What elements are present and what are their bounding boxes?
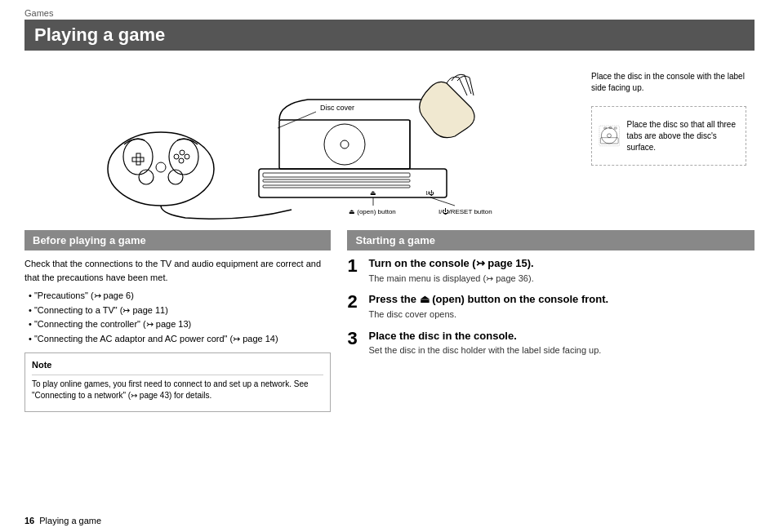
svg-point-9 — [174, 154, 179, 159]
console-drawing: ⏏ I/⏻ — [259, 74, 474, 197]
note-box: Note To play online games, you first nee… — [24, 352, 331, 412]
step-3-content: Place the disc in the console. Set the d… — [368, 330, 755, 357]
console-diagram-svg: ⏏ I/⏻ Disc cover ⏏ (open) button I/⏻/RES… — [24, 63, 591, 226]
disc-cover-label: Disc cover — [320, 104, 354, 112]
svg-rect-30 — [614, 127, 617, 129]
step-3-title: Place the disc in the console. — [368, 330, 755, 344]
note-text: To play online games, you first need to … — [32, 379, 323, 401]
reset-button-label: I/⏻/RESET button — [438, 208, 492, 215]
disc-side-note: Place the disc in the console with the l… — [591, 67, 755, 94]
step-2-content: Press the ⏏ (open) button on the console… — [368, 293, 755, 321]
disc-insert-text: Place the disc so that all three tabs ar… — [627, 119, 739, 153]
before-panel: Before playing a game Check that the con… — [24, 230, 331, 412]
starting-section-body: 1 Turn on the console (↣ page 15). The m… — [347, 257, 755, 357]
disc-insert-box: Place the disc so that all three tabs ar… — [591, 106, 746, 166]
svg-text:⏏: ⏏ — [370, 189, 376, 197]
step-1-title: Turn on the console (↣ page 15). — [368, 257, 755, 271]
page-title: Playing a game — [34, 24, 745, 46]
svg-rect-16 — [279, 120, 410, 169]
step-2-title: Press the ⏏ (open) button on the console… — [368, 293, 755, 307]
svg-rect-13 — [263, 173, 410, 177]
step-2: 2 Press the ⏏ (open) button on the conso… — [347, 293, 755, 321]
svg-point-10 — [180, 150, 185, 155]
before-intro: Check that the connections to the TV and… — [24, 257, 331, 284]
starting-panel: Starting a game 1 Turn on the console (↣… — [347, 230, 755, 412]
svg-point-18 — [341, 140, 349, 149]
note-label: Note — [32, 358, 323, 375]
svg-point-11 — [156, 162, 166, 172]
starting-section-header: Starting a game — [347, 230, 755, 250]
step-1-content: Turn on the console (↣ page 15). The mai… — [368, 257, 755, 285]
svg-point-7 — [179, 158, 184, 163]
step-3-number: 3 — [347, 330, 362, 348]
diagram-area: ⏏ I/⏻ Disc cover ⏏ (open) button I/⏻/RES… — [0, 51, 779, 230]
step-1-desc: The main menu is displayed (↣ page 36). — [368, 273, 755, 285]
page-title-bar: Playing a game — [24, 20, 755, 51]
before-bullet-list: "Precautions" (↣ page 6) "Connecting to … — [24, 289, 331, 346]
svg-point-27 — [608, 134, 612, 138]
step-3: 3 Place the disc in the console. Set the… — [347, 330, 755, 357]
footer-label: Playing a game — [39, 516, 101, 525]
step-1: 1 Turn on the console (↣ page 15). The m… — [347, 257, 755, 285]
svg-line-24 — [430, 197, 455, 206]
list-item: "Connecting the controller" (↣ page 13) — [29, 317, 331, 332]
before-section-body: Check that the connections to the TV and… — [24, 257, 331, 412]
svg-text:I/⏻: I/⏻ — [426, 190, 435, 196]
step-3-desc: Set the disc in the disc holder with the… — [368, 344, 755, 357]
lower-section: Before playing a game Check that the con… — [0, 230, 779, 412]
svg-point-0 — [108, 132, 214, 206]
step-1-number: 1 — [347, 257, 362, 275]
disc-small-svg — [599, 113, 621, 158]
hand-drawing — [420, 74, 474, 137]
svg-rect-14 — [263, 180, 410, 182]
svg-point-26 — [601, 128, 617, 144]
main-diagram: ⏏ I/⏻ Disc cover ⏏ (open) button I/⏻/RES… — [24, 63, 591, 226]
page-container: Games Playing a game — [0, 0, 779, 532]
svg-point-1 — [123, 139, 153, 175]
page-number: 16 — [24, 516, 34, 525]
before-section-header: Before playing a game — [24, 230, 331, 250]
category-label: Games — [24, 8, 755, 18]
page-footer: 16 Playing a game — [24, 516, 101, 525]
step-2-number: 2 — [347, 293, 362, 311]
list-item: "Precautions" (↣ page 6) — [29, 289, 331, 304]
controller-drawing — [108, 132, 292, 219]
svg-point-2 — [169, 139, 198, 175]
header-section: Games Playing a game — [0, 0, 779, 51]
svg-rect-6 — [136, 153, 140, 165]
list-item: "Connecting the AC adaptor and AC power … — [29, 332, 331, 347]
step-2-desc: The disc cover opens. — [368, 308, 755, 321]
open-button-label: ⏏ (open) button — [349, 208, 396, 215]
side-notes: Place the disc in the console with the l… — [591, 63, 755, 166]
svg-rect-5 — [132, 157, 144, 162]
list-item: "Connecting to a TV" (↣ page 11) — [29, 304, 331, 318]
svg-point-17 — [324, 124, 365, 165]
svg-point-8 — [185, 154, 189, 159]
svg-rect-15 — [263, 185, 410, 188]
